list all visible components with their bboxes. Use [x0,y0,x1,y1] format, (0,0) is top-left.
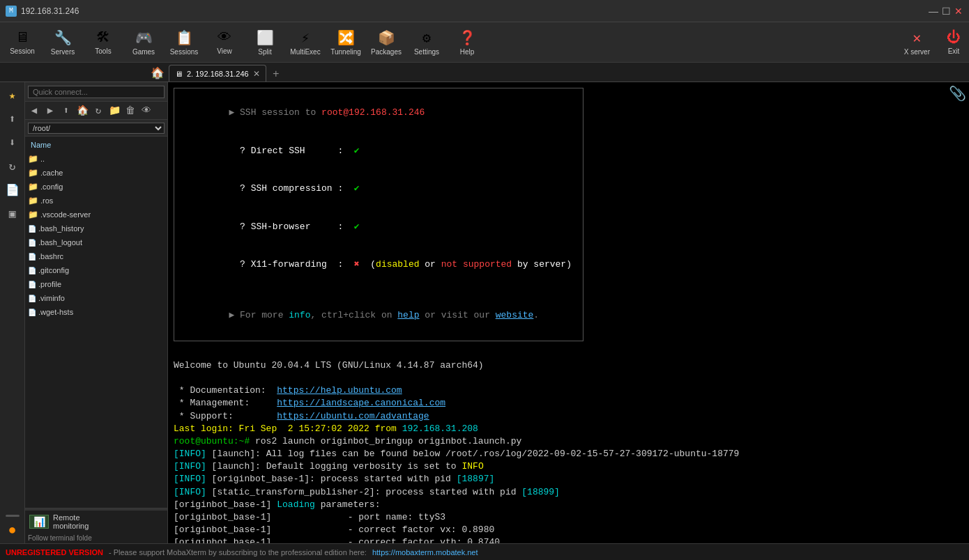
sidebar-back-button[interactable]: ◀ [26,103,42,118]
maximize-button[interactable]: ☐ [941,6,951,16]
clipboard-icon[interactable]: 📎 [949,85,966,102]
tools-icon: 🛠 [96,29,110,46]
download-icon[interactable]: ⬇ [2,132,23,153]
term-info2: [INFO] [launch]: Default logging verbosi… [174,460,963,473]
toolbar-packages[interactable]: 📦 Packages [367,24,406,61]
remote-monitoring-icon: 📊 [29,515,49,529]
path-selector[interactable]: /root/ [28,123,165,134]
tools-label: Tools [95,47,111,55]
sidebar-refresh-button[interactable]: ↻ [91,103,106,118]
upload-icon[interactable]: ⬆ [2,109,23,130]
tab-active[interactable]: 🖥 2. 192.168.31.246 ✕ [169,65,266,81]
title-bar-left: M 192.168.31.246 [6,6,79,17]
sessions-label: Sessions [170,48,199,56]
tab-close-button[interactable]: ✕ [253,69,260,79]
help-icon: ❓ [459,29,476,47]
refresh-icon[interactable]: ↻ [2,156,23,177]
sidebar-bottom: 📊 Remotemonitoring Follow terminal folde [25,508,167,543]
tree-item-bash-history[interactable]: 📄 .bash_history [25,221,167,235]
session-icon: 🖥 [15,29,29,46]
toolbar-right: ✕ X server ⏻ Exit [899,26,966,59]
session-line-4: ? SSH-browser : ✔ [185,208,572,247]
follow-terminal-text: Follow terminal folde [25,533,167,543]
unregistered-label: UNREGISTERED VERSION [6,548,103,557]
starred-icon[interactable]: ★ [2,85,23,106]
sidebar-forward-button[interactable]: ▶ [43,103,58,118]
sidebar-newfolder-button[interactable]: 📁 [107,103,122,118]
orange-circle-icon[interactable]: ● [2,520,23,540]
term-info4: [INFO] [static_transform_publisher-2]: p… [174,486,963,499]
sidebar-search-bar [25,82,167,102]
tree-item-profile[interactable]: 📄 .profile [25,277,167,291]
tree-item-gitconfig[interactable]: 📄 .gitconfig [25,263,167,277]
settings-icon: ⚙ [422,29,431,47]
term-blank-2 [174,372,963,384]
sidebar-delete-button[interactable]: 🗑 [123,103,138,118]
tree-item-viminfo[interactable]: 📄 .viminfo [25,291,167,305]
remote-monitoring-button[interactable]: 📊 Remotemonitoring [25,511,167,533]
close-button[interactable]: ✕ [954,6,963,16]
xserver-button[interactable]: ✕ X server [899,26,936,59]
multiexec-label: MultiExec [290,48,320,56]
title-bar-text: 192.168.31.246 [21,6,79,16]
terminal-icon[interactable]: ▣ [2,203,23,224]
tree-item-vscode-server[interactable]: 📁 .vscode-server [25,208,167,221]
sidebar-tree: Name 📁 .. 📁 .cache 📁 .config 📁 .ros 📁 .v… [25,137,167,508]
sidebar-up-button[interactable]: ⬆ [59,103,74,118]
tree-item-label: .config [40,182,63,191]
toolbar-session[interactable]: 🖥 Session [3,24,42,61]
terminal[interactable]: ▶ SSH session to root@192.168.31.246 ? D… [168,82,969,543]
tree-item-dotdot[interactable]: 📁 .. [25,152,167,166]
app-icon: M [6,6,17,17]
toolbar-games[interactable]: 🎮 Games [124,24,163,61]
sidebar-home-button[interactable]: 🏠 [75,103,90,118]
home-tab[interactable]: 🏠 [148,65,167,81]
tree-item-bash-logout[interactable]: 📄 .bash_logout [25,235,167,249]
tab-add-button[interactable]: + [269,68,283,81]
toolbar-help[interactable]: ❓ Help [448,24,487,61]
tree-item-config[interactable]: 📁 .config [25,180,167,194]
tree-item-label: .ros [40,196,53,205]
toolbar-view[interactable]: 👁 View [205,24,244,61]
exit-button[interactable]: ⏻ Exit [941,26,966,58]
tree-item-label: .profile [38,280,61,288]
quick-connect-input[interactable] [28,86,165,98]
split-icon: ⬜ [257,29,274,47]
sidebar-hidden-button[interactable]: 👁 [139,103,154,118]
split-label: Split [258,48,271,56]
toolbar-settings[interactable]: ⚙ Settings [407,24,446,61]
toolbar-multiexec[interactable]: ⚡ MultiExec [286,24,325,61]
toolbar-split[interactable]: ⬜ Split [245,24,284,61]
tree-item-wget-hsts[interactable]: 📄 .wget-hsts [25,305,167,319]
tree-item-label: .. [40,155,45,163]
tree-item-ros[interactable]: 📁 .ros [25,194,167,208]
toolbar-tunneling[interactable]: 🔀 Tunneling [326,24,365,61]
exit-icon: ⏻ [947,29,961,46]
term-welcome: Welcome to Ubuntu 20.04.4 LTS (GNU/Linux… [174,359,963,372]
sidebar: ◀ ▶ ⬆ 🏠 ↻ 📁 🗑 👁 /root/ Name 📁 .. 📁 [25,82,168,543]
tree-item-bashrc[interactable]: 📄 .bashrc [25,249,167,263]
separator-icon [6,515,20,517]
term-info1: [INFO] [launch]: All log files can be fo… [174,448,963,460]
term-info3: [INFO] [originbot_base-1]: process start… [174,473,963,485]
tree-item-label: .cache [40,169,63,177]
tree-header: Name [25,138,167,152]
minimize-button[interactable]: — [929,6,938,16]
file-icon: 📄 [28,267,36,274]
term-prompt1: root@ubuntu:~# ros2 launch originbot_bri… [174,435,963,448]
xserver-label: X server [904,48,930,56]
toolbar-servers[interactable]: 🔧 Servers [43,24,82,61]
file-icon: 📄 [28,295,36,302]
toolbar-tools[interactable]: 🛠 Tools [84,24,123,61]
title-bar-controls: — ☐ ✕ [929,6,963,16]
session-line-6: ▶ For more info, ctrl+click on help or v… [185,297,572,335]
term-port: [originbot_base-1] - port name: ttyS3 [174,511,963,524]
tree-item-cache[interactable]: 📁 .cache [25,166,167,180]
new-file-icon[interactable]: 📄 [2,180,23,201]
session-line-blank [185,284,572,297]
view-icon: 👁 [218,29,231,46]
toolbar-sessions[interactable]: 📋 Sessions [165,24,204,61]
folder-icon: 📁 [28,168,38,178]
term-mgmt: * Management: https://landscape.canonica… [174,397,963,410]
status-link[interactable]: https://mobaxterm.mobatek.net [372,548,478,557]
